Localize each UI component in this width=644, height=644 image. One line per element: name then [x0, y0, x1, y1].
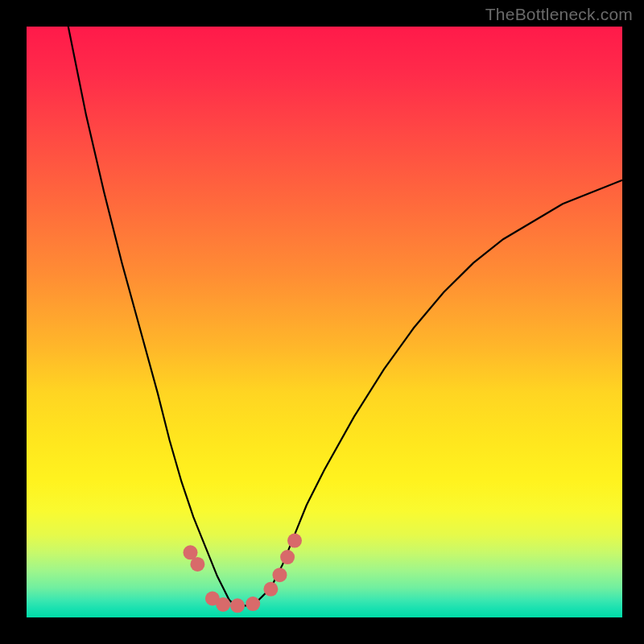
bottleneck-curve-svg [27, 27, 622, 617]
curve-marker [280, 550, 295, 564]
curve-marker [273, 568, 287, 582]
curve-marker [287, 534, 302, 548]
bottleneck-curve [56, 27, 622, 605]
plot-area [27, 27, 622, 617]
watermark-text: TheBottleneck.com [485, 5, 633, 24]
curve-marker [263, 582, 278, 597]
curve-marker [190, 557, 204, 572]
curve-markers [184, 534, 303, 613]
curve-marker [230, 598, 245, 613]
curve-marker [216, 597, 230, 612]
chart-frame: TheBottleneck.com [0, 0, 644, 644]
curve-marker [246, 597, 260, 611]
